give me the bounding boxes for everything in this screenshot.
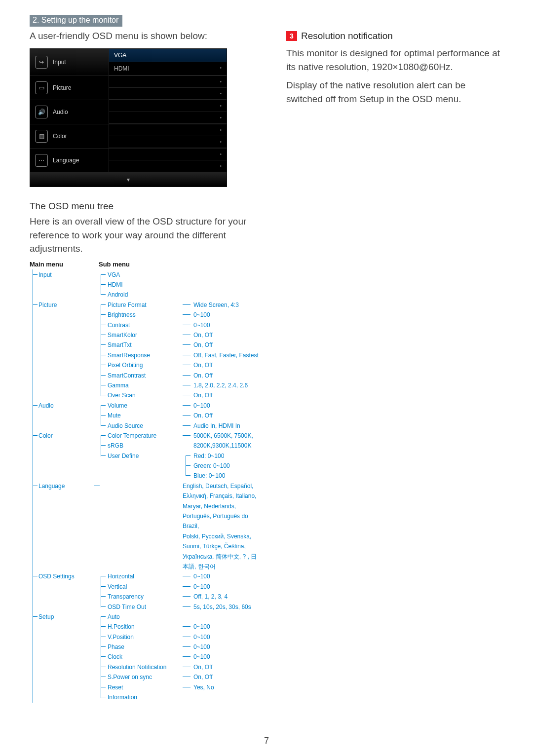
osd-dot: •	[220, 139, 222, 145]
tree-opts: 0~100	[183, 401, 262, 411]
tree-opts: On, Off	[183, 662, 262, 672]
tree-opts: On, Off	[183, 672, 262, 682]
tree-main-label: Language	[38, 483, 65, 490]
osd-menu-screenshot: ↪ Input VGA HDMI • ▭ Pictur	[30, 48, 227, 187]
tree-opts: Off, 1, 2, 3, 4	[183, 592, 262, 602]
tree-main-label: Color	[38, 432, 53, 439]
tree-sub-label: Contrast	[108, 322, 130, 329]
tree-sub-label: Gamma	[108, 382, 129, 389]
osd-placeholder: •	[109, 100, 227, 112]
tree-sub-label: Clock	[108, 653, 122, 660]
tree-sub-label: Brightness	[108, 311, 136, 318]
tree-opts: 0~100	[183, 310, 262, 320]
resolution-notification-heading: 3 Resolution notification	[286, 31, 503, 41]
step-number-badge: 3	[286, 31, 297, 41]
osd-sub-hdmi: HDMI •	[109, 62, 227, 76]
tree-opts: On, Off	[183, 371, 262, 380]
tree-opts: 5000K, 6500K, 7500K,	[183, 431, 262, 441]
tree-sub-label: SmartTxt	[108, 341, 132, 348]
osd-placeholder: •	[109, 124, 227, 136]
tree-sub-label: V.Position	[108, 634, 134, 641]
heading-text: Resolution notification	[301, 31, 393, 41]
tree-opts: On, Off	[183, 360, 262, 370]
tree-sub-label: SmartKolor	[108, 332, 137, 339]
tree-main-label: Setup	[38, 613, 54, 620]
tree-sub-label: Picture Format	[108, 302, 147, 308]
tree-header-main: Main menu	[30, 261, 99, 268]
resolution-paragraph-1: This monitor is designed for optimal per…	[286, 46, 503, 74]
tree-main-label: Picture	[38, 302, 57, 308]
osd-item-audio: 🔊 Audio	[30, 100, 109, 124]
osd-dot: •	[220, 151, 222, 157]
page-number: 7	[0, 736, 533, 746]
osd-item-label: Audio	[53, 109, 68, 115]
tree-opts: 0~100	[183, 632, 262, 642]
section-header: 2. Setting up the monitor	[30, 15, 122, 27]
osd-placeholder: •	[109, 76, 227, 88]
tree-opts: 0~100	[183, 571, 262, 581]
osd-sub-label: VGA	[114, 52, 126, 59]
osd-item-picture: ▭ Picture	[30, 76, 109, 100]
tree-opts: 1.8, 2.0, 2.2, 2.4, 2.6	[183, 380, 262, 390]
color-icon: ▥	[35, 130, 48, 143]
tree-sub-opt: Red: 0~100	[183, 451, 262, 461]
tree-sub-opt: Green: 0~100	[183, 461, 262, 471]
tree-sub-label: S.Power on sync	[108, 674, 152, 680]
osd-dot: •	[220, 103, 222, 109]
osd-placeholder: •	[109, 149, 227, 160]
tree-sub-label: Horizontal	[108, 573, 134, 580]
osd-item-color: ▥ Color	[30, 124, 109, 148]
osd-dot: •	[220, 91, 222, 96]
input-icon: ↪	[35, 56, 48, 69]
osd-item-label: Picture	[53, 84, 71, 91]
audio-icon: 🔊	[35, 106, 48, 118]
osd-item-language: ⋯ Language	[30, 149, 109, 172]
osd-dot: •	[220, 115, 222, 120]
picture-icon: ▭	[35, 81, 48, 94]
tree-sub-label: Phase	[108, 643, 124, 650]
tree-sub-label: Auto	[108, 613, 120, 620]
tree-opts: On, Off	[183, 330, 262, 340]
tree-sub-label: Resolution Notification	[108, 664, 166, 671]
tree-header-sub: Sub menu	[99, 261, 130, 268]
tree-sub-label: SmartContrast	[108, 372, 146, 379]
tree-sub-label: VGA	[108, 271, 120, 278]
tree-sub-label: Color Temperature	[108, 432, 156, 439]
tree-sub-label: User Define	[108, 453, 139, 459]
tree-sub-label: OSD Time Out	[108, 604, 146, 610]
tree-opts: On, Off	[183, 340, 262, 350]
tree-opts: On, Off	[183, 390, 262, 400]
tree-opts: 5s, 10s, 20s, 30s, 60s	[183, 602, 262, 612]
language-icon: ⋯	[35, 154, 48, 167]
tree-opts: Off, Fast, Faster, Fastest	[183, 350, 262, 360]
tree-opts: 0~100	[183, 582, 262, 592]
osd-item-label: Input	[53, 59, 66, 66]
tree-opts: On, Off	[183, 411, 262, 420]
osd-dot: •	[220, 79, 222, 84]
osd-placeholder: •	[109, 112, 227, 124]
tree-sub-label: Android	[108, 291, 128, 298]
tree-sub-label: HDMI	[108, 281, 123, 288]
tree-main-label: OSD Settings	[38, 573, 75, 580]
tree-sub-label: Vertical	[108, 583, 127, 590]
osd-sub-dot: •	[220, 65, 222, 72]
tree-sub-label: sRGB	[108, 442, 123, 449]
tree-opts: 0~100	[183, 320, 262, 330]
osd-sub-vga: VGA	[109, 49, 227, 62]
tree-sub-label: Reset	[108, 684, 123, 691]
tree-sub-label: H.Position	[108, 623, 135, 630]
tree-sub-label: Mute	[108, 412, 121, 419]
tree-opts: Yes, No	[183, 682, 262, 692]
tree-sub-label: Information	[108, 694, 137, 701]
osd-placeholder: •	[109, 160, 227, 172]
tree-opts: 0~100	[183, 622, 262, 632]
tree-sub-label: Pixel Orbiting	[108, 362, 143, 369]
osd-placeholder: •	[109, 136, 227, 148]
tree-sub-label: Volume	[108, 402, 127, 409]
tree-sub-label: Over Scan	[108, 392, 136, 399]
osd-dot: •	[220, 127, 222, 133]
tree-opts: Wide Screen, 4:3	[183, 300, 262, 310]
osd-bottom-arrow: ▾	[30, 173, 227, 187]
tree-main-label: Input	[38, 271, 52, 278]
tree-language-list: English, Deutsch, Español, Ελληνική, Fra…	[183, 481, 262, 572]
